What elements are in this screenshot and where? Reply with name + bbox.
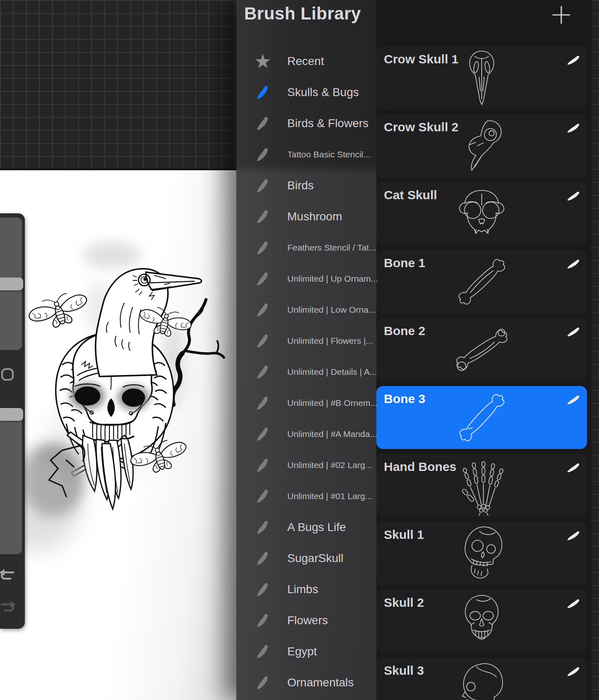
brush-set-label: A Bugs Life	[287, 521, 346, 534]
brush-stroke-icon	[566, 55, 580, 65]
brush-swoosh-icon	[255, 643, 271, 660]
brush-set-icon	[254, 394, 272, 412]
brush-set-item[interactable]: Ornamentals	[236, 667, 376, 698]
brush-set-icon	[254, 83, 272, 101]
brush-card[interactable]: Bone 1	[376, 250, 587, 313]
add-brush-button[interactable]	[551, 5, 571, 25]
brush-set-label: Unlimited | Low Orna...	[287, 305, 376, 315]
brush-opacity-slider[interactable]	[0, 408, 22, 554]
brush-set-item[interactable]: Unlimited | Up Ornam...	[236, 263, 376, 294]
brush-card[interactable]: Hand Bones	[376, 454, 587, 517]
brush-set-item[interactable]: Unlimited | Low Orna...	[236, 294, 376, 325]
brush-swoosh-icon	[255, 426, 271, 442]
brush-set-icon	[254, 332, 272, 350]
brush-size-handle[interactable]	[0, 278, 23, 290]
brush-stroke-icon	[566, 462, 580, 473]
brush-set-icon	[254, 518, 272, 536]
brush-card[interactable]: Skull 1	[376, 522, 587, 585]
brush-set-item[interactable]: Unlimited | #B Ornem...	[236, 387, 376, 418]
brush-set-label: Birds	[287, 179, 314, 192]
brush-swoosh-icon	[255, 177, 271, 194]
brush-set-icon	[254, 456, 272, 474]
brush-set-item[interactable]: Unlimited | #A Manda...	[236, 418, 376, 449]
brush-stroke-icon	[566, 326, 580, 337]
brush-swoosh-icon	[255, 550, 271, 567]
brush-set-label: Unlimited | #01 Larg...	[287, 491, 372, 501]
brush-card[interactable]: Cat Skull	[376, 182, 587, 245]
brush-set-label: Unlimited | #B Ornem...	[287, 398, 378, 408]
brush-name-label: Skull 3	[384, 664, 424, 678]
brush-set-item[interactable]: Mushroom	[236, 201, 376, 232]
brush-set-item[interactable]: Unlimited | #02 Larg...	[236, 449, 376, 480]
brush-sets-column: Recent Skulls & Bugs Birds & Flowers Tat…	[236, 0, 376, 700]
brush-card[interactable]: Crow Skull 1	[376, 46, 587, 109]
brush-set-icon	[254, 611, 272, 630]
brush-name-label: Crow Skull 2	[384, 120, 458, 134]
brush-set-item[interactable]: Birds	[236, 170, 376, 201]
brush-set-item[interactable]: Limbs	[236, 574, 376, 605]
brush-opacity-handle[interactable]	[0, 408, 23, 421]
brush-set-icon	[254, 270, 272, 288]
brush-set-item[interactable]: Unlimited | #01 Larg...	[236, 480, 376, 512]
brush-set-item[interactable]: Unlimited | Flowers |...	[236, 325, 376, 356]
brush-set-label: Unlimited | Details | A...	[287, 367, 377, 377]
brush-set-icon	[254, 363, 272, 381]
brush-name-label: Bone 2	[384, 324, 425, 338]
brush-stroke-icon	[566, 123, 580, 133]
brush-set-icon	[254, 52, 272, 70]
brush-swoosh-icon	[566, 666, 580, 677]
brush-swoosh-icon	[255, 146, 271, 163]
brush-preview	[451, 387, 513, 448]
brush-swoosh-icon	[255, 302, 271, 318]
redo-button[interactable]	[0, 600, 17, 614]
brush-stroke-icon	[566, 394, 580, 405]
brush-preview	[451, 659, 513, 700]
brush-set-item[interactable]: Recent	[236, 46, 376, 77]
brush-swoosh-icon	[255, 115, 271, 132]
brush-set-icon	[254, 549, 272, 567]
brush-swoosh-icon	[255, 612, 271, 629]
brush-swoosh-icon	[255, 395, 271, 411]
brush-set-item[interactable]: Egypt	[236, 636, 376, 667]
brush-set-icon	[254, 580, 272, 599]
brush-swoosh-icon	[255, 333, 271, 349]
brush-set-item[interactable]: Feathers Stencil / Tat...	[236, 232, 376, 263]
brush-set-label: Unlimited | Up Ornam...	[287, 274, 378, 284]
brush-set-item[interactable]: SugarSkull	[236, 543, 376, 574]
brush-set-icon	[254, 642, 272, 661]
brush-preview	[451, 319, 513, 380]
brush-swoosh-icon	[566, 326, 580, 337]
brush-set-label: Unlimited | #A Manda...	[287, 429, 377, 439]
brush-set-item[interactable]: Birds & Flowers	[236, 108, 376, 139]
drawing-canvas[interactable]	[0, 170, 239, 700]
brush-preview	[451, 116, 513, 176]
brush-set-label: Unlimited | Flowers |...	[287, 336, 373, 346]
undo-button[interactable]	[0, 568, 17, 582]
brush-set-item[interactable]: Skulls & Bugs	[236, 77, 376, 108]
brush-swoosh-icon	[255, 208, 271, 225]
star-icon	[255, 53, 271, 69]
brush-set-icon	[254, 301, 272, 319]
brush-set-item[interactable]: Flowers	[236, 605, 376, 636]
brush-stroke-icon	[566, 258, 580, 269]
brush-name-label: Cat Skull	[384, 188, 437, 202]
brush-set-item[interactable]: Tattoo Basic Stencil...	[236, 139, 376, 170]
brush-set-item[interactable]: Unlimited | Details | A...	[236, 356, 376, 387]
brush-swoosh-icon	[566, 55, 580, 65]
brush-swoosh-icon	[255, 239, 271, 256]
brush-set-icon	[254, 487, 272, 505]
brush-preview	[451, 183, 513, 244]
brush-card[interactable]: Skull 2	[376, 590, 587, 653]
brush-card[interactable]: Skull 3	[376, 658, 587, 700]
brush-card[interactable]: Bone 3	[376, 386, 587, 449]
brush-card[interactable]: Bone 2	[376, 318, 587, 381]
brush-swoosh-icon	[566, 123, 580, 133]
brush-card[interactable]: Crow Skull 2	[376, 114, 587, 177]
brush-set-item[interactable]: A Bugs Life	[236, 512, 376, 543]
brush-stroke-icon	[566, 191, 580, 201]
brush-swoosh-icon	[566, 191, 580, 201]
brush-set-label: Limbs	[287, 583, 318, 596]
plus-icon	[551, 5, 571, 25]
crow-skull-artwork	[0, 170, 239, 700]
modify-button[interactable]	[1, 368, 14, 381]
